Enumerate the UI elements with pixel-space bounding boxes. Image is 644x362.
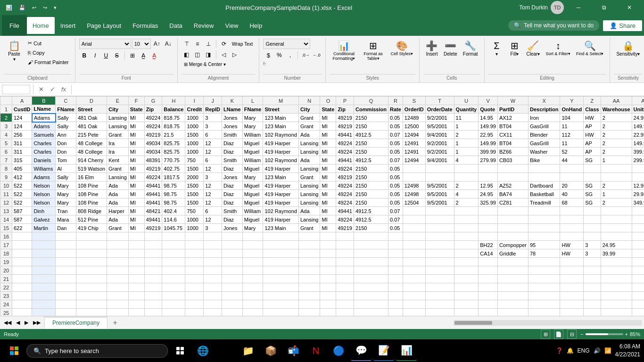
cell-U14[interactable] <box>454 215 479 224</box>
cell-H12[interactable]: 98.75 <box>162 198 185 207</box>
cell-A23[interactable] <box>12 292 32 300</box>
cell-J7[interactable]: 6 <box>204 156 222 165</box>
sheet-tab-premierecompany[interactable]: PremiereCompany <box>44 317 107 329</box>
cell-T18[interactable] <box>425 249 454 258</box>
cell-N12[interactable]: Lansing <box>298 198 320 207</box>
col-header-F[interactable]: F <box>128 97 144 105</box>
cell-AA2[interactable]: 2 <box>601 114 632 122</box>
cell-R4[interactable]: 0.07 <box>388 131 403 139</box>
cell-A7[interactable]: 315 <box>12 156 32 165</box>
cell-F13[interactable]: MI <box>128 207 144 215</box>
cell-O13[interactable]: MI <box>320 207 336 215</box>
cell-R10[interactable]: 0.05 <box>388 181 403 190</box>
cell-N25[interactable] <box>298 309 320 316</box>
cell-F2[interactable]: MI <box>128 114 144 122</box>
cell-V7[interactable]: 279.99 <box>479 156 498 165</box>
cell-V17[interactable]: BH22 <box>479 241 498 249</box>
cell-F21[interactable] <box>128 275 144 283</box>
cell-E20[interactable] <box>107 266 129 275</box>
cell-E23[interactable] <box>107 292 129 300</box>
cell-Y11[interactable]: 40 <box>560 190 584 198</box>
cell-G19[interactable] <box>144 258 162 266</box>
cell-S24[interactable] <box>403 300 425 309</box>
volume-icon[interactable]: 🔊 <box>594 347 601 354</box>
cell-U11[interactable]: 4 <box>454 190 479 198</box>
cell-S2[interactable]: 12489 <box>403 114 425 122</box>
sheet-back-btn[interactable]: ◀ <box>14 319 22 327</box>
save-qat-btn[interactable]: 💾 <box>17 4 27 12</box>
row-header-8[interactable]: 8 <box>0 165 12 173</box>
cell-L4[interactable]: William <box>242 131 263 139</box>
cell-I18[interactable] <box>185 249 204 258</box>
cell-P22[interactable] <box>336 283 354 292</box>
cell-Z23[interactable] <box>584 292 601 300</box>
cell-U2[interactable]: 11 <box>454 114 479 122</box>
cell-H21[interactable] <box>162 275 185 283</box>
cell-R18[interactable] <box>388 249 403 258</box>
cell-J6[interactable]: 12 <box>204 148 222 156</box>
cell-AA14[interactable] <box>601 215 632 224</box>
cell-H5[interactable]: 825.75 <box>162 139 185 148</box>
cell-L3[interactable]: Mary <box>242 122 263 131</box>
cell-AA8[interactable] <box>601 165 632 173</box>
cell-O7[interactable]: MI <box>320 156 336 165</box>
formula-input[interactable]: Adams <box>74 85 642 94</box>
col-header-M[interactable]: M <box>263 97 299 105</box>
taskbar-chrome[interactable]: 🔵 <box>328 340 349 361</box>
cell-AB5[interactable]: 149.99 <box>632 139 644 148</box>
cell-A17[interactable] <box>12 241 32 249</box>
cell-E22[interactable] <box>107 283 129 292</box>
confirm-formula-btn[interactable]: ✓ <box>48 85 57 94</box>
cell-J1[interactable]: RepID <box>204 105 222 114</box>
cell-AA17[interactable]: 24.95 <box>601 241 632 249</box>
page-layout-view-btn[interactable]: 📄 <box>554 329 563 339</box>
cell-Q6[interactable]: 2150 <box>354 148 388 156</box>
cell-E8[interactable]: Grant <box>107 165 129 173</box>
cell-S12[interactable]: 12504 <box>403 198 425 207</box>
cell-H17[interactable] <box>162 241 185 249</box>
menu-help[interactable]: Help <box>244 17 268 34</box>
cell-K14[interactable]: Diaz <box>222 215 243 224</box>
col-header-R[interactable]: R <box>388 97 403 105</box>
cell-H11[interactable]: 98.75 <box>162 190 185 198</box>
cell-G14[interactable]: 49441 <box>144 215 162 224</box>
cell-A12[interactable]: 522 <box>12 198 32 207</box>
cell-AA10[interactable]: 2 <box>601 181 632 190</box>
cell-P11[interactable]: 49224 <box>336 190 354 198</box>
cell-R5[interactable]: 0.05 <box>388 139 403 148</box>
cell-Y12[interactable]: 68 <box>560 198 584 207</box>
cell-E17[interactable] <box>107 241 129 249</box>
cell-G9[interactable]: 49224 <box>144 173 162 181</box>
row-header-23[interactable]: 23 <box>0 292 12 300</box>
cell-E11[interactable]: Ada <box>107 190 129 198</box>
cell-C1[interactable]: FName <box>56 105 76 114</box>
col-header-U[interactable]: U <box>454 97 479 105</box>
cell-H4[interactable]: 21.5 <box>162 131 185 139</box>
cell-O21[interactable] <box>320 275 336 283</box>
cell-L15[interactable]: Mary <box>242 224 263 232</box>
cell-T6[interactable]: 9/2/2001 <box>425 148 454 156</box>
cell-B9[interactable]: Adams <box>32 173 56 181</box>
cell-L13[interactable]: William <box>242 207 263 215</box>
increase-decimal-btn[interactable]: .0→ <box>300 50 311 60</box>
align-center-btn[interactable]: ◫ <box>192 49 203 60</box>
cell-Z16[interactable] <box>584 232 601 241</box>
cell-U13[interactable] <box>454 207 479 215</box>
cell-J25[interactable] <box>204 309 222 316</box>
cell-Q10[interactable]: 2150 <box>354 181 388 190</box>
cell-M2[interactable]: 123 Main <box>263 114 299 122</box>
cell-G23[interactable] <box>144 292 162 300</box>
cell-Y3[interactable]: 11 <box>560 122 584 131</box>
cell-F24[interactable] <box>128 300 144 309</box>
cell-H13[interactable]: 402.4 <box>162 207 185 215</box>
cell-AA19[interactable] <box>601 258 632 266</box>
cell-N11[interactable]: Lansing <box>298 190 320 198</box>
cell-J13[interactable]: 6 <box>204 207 222 215</box>
cell-E2[interactable]: Lansing <box>107 114 129 122</box>
insert-function-btn[interactable]: fx <box>59 85 68 94</box>
cell-S4[interactable]: 12494 <box>403 131 425 139</box>
cell-E1[interactable]: City <box>107 105 129 114</box>
cell-V11[interactable]: 24.95 <box>479 190 498 198</box>
cell-N19[interactable] <box>298 258 320 266</box>
cell-Q23[interactable] <box>354 292 388 300</box>
